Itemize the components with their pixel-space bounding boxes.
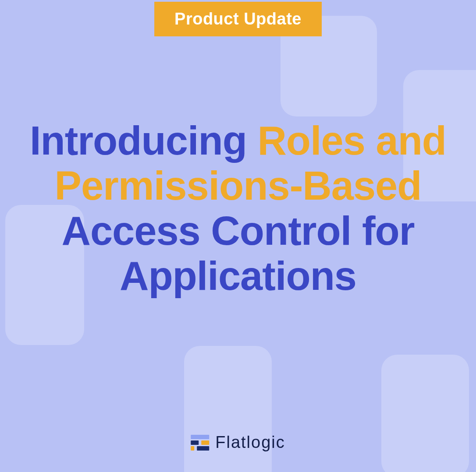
brand-name: Flatlogic — [215, 433, 285, 452]
headline-part-1: Introducing — [30, 118, 247, 163]
brand: Flatlogic — [191, 433, 285, 452]
badge-label: Product Update — [174, 10, 302, 28]
headline: Introducing Roles and Permissions-Based … — [19, 118, 457, 299]
headline-part-2: Access Control for Applications — [61, 208, 414, 298]
decorative-shape — [184, 346, 272, 472]
product-update-badge: Product Update — [154, 2, 322, 36]
flatlogic-logo-icon — [191, 435, 209, 451]
decorative-shape — [381, 355, 469, 472]
